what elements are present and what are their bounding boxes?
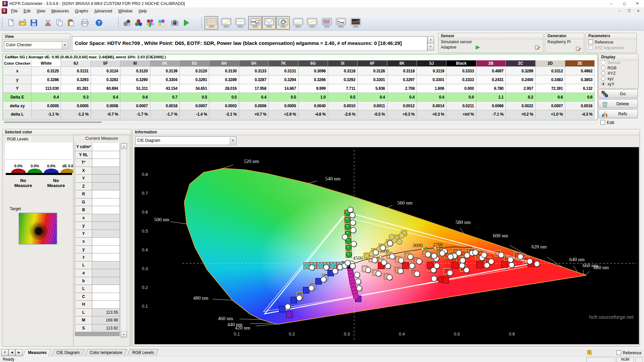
cell-8K-dL[interactable]: +0.3 % (387, 110, 417, 119)
cell-Black-Y[interactable]: 0.000 (446, 84, 476, 93)
toolbar-grip[interactable] (118, 17, 120, 28)
cell-6F-Y[interactable]: 5.936 (358, 84, 387, 93)
cell-7K-Y[interactable]: 14.667 (269, 84, 298, 93)
menu-file[interactable]: File (8, 7, 20, 15)
cell-8K-dxy[interactable]: 0.0012 (387, 102, 417, 110)
rgb-measure-balls-button[interactable] (133, 17, 144, 28)
cell-2C-Y[interactable]: 2.957 (506, 84, 535, 93)
column-header-5J[interactable]: 5J (417, 60, 446, 67)
mdi-close-button[interactable]: ✕ (634, 8, 643, 14)
cell-2E-Y[interactable]: 6.132 (565, 84, 595, 93)
tab-color-temperature[interactable]: Color temperature (85, 349, 127, 356)
cell-5J-dL[interactable]: +0.3 % (417, 110, 446, 119)
radio-icon[interactable] (601, 71, 605, 75)
cell-Black-dE[interactable]: 0.0 (446, 93, 476, 102)
cell-6K-dxy[interactable]: 0.0018 (150, 102, 180, 110)
cell-2E-y[interactable]: 0.3853 (565, 75, 595, 84)
scrollbar-thumb[interactable] (4, 122, 102, 123)
column-header-2D[interactable]: 2D (536, 60, 565, 67)
cell-7K-y[interactable]: 0.3294 (269, 75, 298, 84)
header-spin-down[interactable]: ▼ (427, 43, 434, 51)
cell-Black-dxy[interactable]: 0.0211 (446, 102, 476, 110)
column-header-5G[interactable]: 5G (180, 60, 209, 67)
cell-7K-dxy[interactable]: 0.0005 (269, 102, 298, 110)
radio-icon[interactable] (601, 66, 605, 70)
table-horizontal-scrollbar[interactable] (3, 120, 596, 124)
cell-6G-dE[interactable]: 1.0 (299, 93, 328, 102)
cell-6J-Y[interactable]: 81.281 (61, 84, 91, 93)
cell-2B-x[interactable]: 0.4697 (476, 67, 506, 75)
cell-6I-dxy[interactable]: 0.0007 (120, 102, 150, 110)
cell-5G-x[interactable]: 0.3120 (180, 67, 209, 75)
cell-6J-y[interactable]: 0.3293 (61, 75, 91, 84)
cell-5H-dxy[interactable]: 0.0006 (239, 102, 269, 110)
current-measure-scrollbar[interactable]: ▲ ▼ (120, 143, 127, 338)
cell-White-x[interactable]: 0.3125 (32, 67, 61, 75)
cell-2B-dE[interactable]: 1.1 (476, 93, 506, 102)
tab-rgb-levels[interactable]: RGB Levels (127, 349, 159, 356)
chevron-down-icon[interactable]: ▼ (62, 42, 68, 49)
cell-6G-x[interactable]: 0.3096 (299, 67, 328, 75)
cell-2E-x[interactable]: 0.4962 (565, 67, 595, 75)
cell-White-dE[interactable]: 0.4 (32, 93, 61, 102)
open-folder-button[interactable] (17, 17, 28, 28)
radio-icon[interactable] (601, 82, 605, 86)
cell-5I-dE[interactable]: 0.5 (328, 93, 358, 102)
go-button[interactable]: Go (598, 89, 638, 98)
cell-6J-dE[interactable]: 0.3 (61, 93, 91, 102)
cell-5J-y[interactable]: 0.3301 (417, 75, 446, 84)
cell-6H-y[interactable]: 0.3289 (209, 75, 239, 84)
edit-toggle[interactable]: Edit (600, 120, 614, 125)
menu-view[interactable]: View (34, 7, 48, 15)
paste-button[interactable] (65, 17, 76, 28)
cell-2B-Y[interactable]: 6.780 (476, 84, 506, 93)
header-spin-up[interactable]: ▲ (427, 36, 434, 44)
save-button[interactable] (28, 17, 40, 28)
cell-5G-dL[interactable]: -1.4 % (180, 110, 209, 119)
cell-2D-dL[interactable]: +1.0 % (536, 110, 565, 119)
cell-5F-x[interactable]: 0.3124 (91, 67, 120, 75)
cell-2D-dxy[interactable]: 0.0007 (536, 102, 565, 110)
refs-button[interactable]: Refs (598, 109, 638, 118)
cell-5H-dL[interactable]: +0.7 % (239, 110, 269, 119)
cell-2E-dL[interactable]: -4.3 % (565, 110, 595, 119)
cell-White-Y[interactable]: 113.030 (32, 84, 61, 93)
menu-graphs[interactable]: Graphs (72, 7, 91, 15)
close-tab-button[interactable]: ✕ (1, 349, 8, 356)
cell-6J-x[interactable]: 0.3131 (61, 67, 91, 75)
minimize-button[interactable]: – (605, 0, 618, 7)
cell-2E-dxy[interactable]: 0.0016 (565, 102, 595, 110)
cell-6J-dL[interactable]: -1.2 % (61, 110, 91, 119)
cell-6H-dL[interactable]: -2.1 % (209, 110, 239, 119)
cell-5J-x[interactable]: 0.3119 (417, 67, 446, 75)
reference-checkbox[interactable] (588, 40, 593, 44)
cell-5J-Y[interactable]: 1.606 (417, 84, 446, 93)
cell-8K-x[interactable]: 0.3118 (387, 67, 417, 75)
cell-2B-dxy[interactable]: 0.0066 (476, 102, 506, 110)
cell-6K-x[interactable]: 0.3139 (150, 67, 180, 75)
column-header-5I[interactable]: 5I (328, 60, 358, 67)
column-header-6K[interactable]: 6K (150, 60, 180, 67)
edit-checkbox[interactable] (600, 120, 605, 125)
tab-scroll-right-button[interactable]: ▶ (15, 349, 22, 356)
view-mode-dropdown[interactable]: Color Checker ▼ (4, 41, 68, 49)
cell-2E-dE[interactable]: 0.6 (565, 93, 595, 102)
measures-grid-view-button[interactable] (205, 16, 218, 29)
column-header-Black[interactable]: Black (446, 60, 476, 67)
cell-6J-dxy[interactable]: 0.0005 (61, 102, 91, 110)
menu-window[interactable]: Window (115, 7, 136, 15)
cell-2D-y[interactable]: 0.3483 (536, 75, 565, 84)
display-option-xyY[interactable]: xyY (599, 82, 638, 87)
cell-6H-Y[interactable]: 28.016 (209, 84, 239, 93)
cell-6H-dxy[interactable]: 0.0003 (209, 102, 239, 110)
cell-2B-y[interactable]: 0.2431 (476, 75, 506, 84)
mdi-restore-button[interactable]: ❐ (625, 8, 633, 14)
cell-6H-dE[interactable]: 0.5 (209, 93, 239, 102)
histogram-view-button[interactable] (349, 16, 362, 29)
cell-8K-y[interactable]: 0.3297 (387, 75, 417, 84)
nearwhite-curve-view-button[interactable] (305, 16, 319, 29)
display-option-xyz[interactable]: xyz (599, 76, 638, 82)
mdi-minimize-button[interactable]: – (615, 8, 624, 14)
column-header-6G[interactable]: 6G (299, 60, 328, 67)
cell-2C-x[interactable]: 0.3289 (506, 67, 535, 75)
